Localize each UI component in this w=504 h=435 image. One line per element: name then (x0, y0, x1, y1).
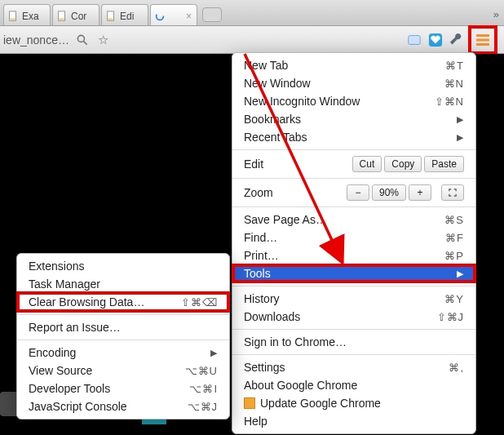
menu-item-downloads[interactable]: Downloads ⇧⌘J (232, 308, 475, 326)
menu-label: Task Manager (29, 277, 100, 291)
menu-item-bookmarks[interactable]: Bookmarks ▶ (232, 110, 475, 128)
menu-item-javascript-console[interactable]: JavaScript Console ⌥⌘J (17, 397, 229, 415)
menu-shortcut: ⌘T (445, 60, 464, 72)
menu-label: Tools (244, 267, 271, 280)
menu-item-history[interactable]: History ⌘Y (232, 290, 475, 308)
menu-separator (232, 329, 475, 330)
tab-strip: Exa Cor Edi × » (0, 0, 504, 26)
browser-tab[interactable]: Edi (101, 4, 148, 25)
menu-separator (232, 149, 475, 150)
menu-label: Edit (244, 158, 263, 171)
menu-shortcut: ⌥⌘J (188, 401, 219, 413)
menu-item-report-issue[interactable]: Report an Issue… (17, 318, 229, 336)
menu-label: New Incognito Window (244, 95, 360, 108)
submenu-arrow-icon: ▶ (457, 132, 464, 143)
zoom-in-button[interactable]: + (409, 184, 431, 201)
menu-item-view-source[interactable]: View Source ⌥⌘U (17, 362, 229, 380)
address-fragment: iew_nonce… (3, 33, 69, 47)
menu-item-update-chrome[interactable]: Update Google Chrome (232, 394, 475, 412)
extension-icon[interactable] (406, 32, 422, 48)
svg-rect-9 (409, 35, 420, 44)
wrench-extension-icon[interactable] (449, 32, 465, 48)
menu-item-signin[interactable]: Sign in to Chrome… (232, 333, 475, 351)
tab-label: Edi (120, 11, 134, 22)
browser-tab-active[interactable]: × (150, 4, 197, 25)
menu-item-new-window[interactable]: New Window ⌘N (232, 74, 475, 92)
menu-item-developer-tools[interactable]: Developer Tools ⌥⌘I (17, 380, 229, 397)
submenu-arrow-icon: ▶ (210, 348, 218, 358)
menu-item-print[interactable]: Print… ⌘P (232, 246, 475, 264)
hamburger-menu-icon[interactable] (475, 32, 491, 48)
menu-shortcut: ⌘F (445, 232, 464, 244)
menu-shortcut: ⌥⌘U (185, 365, 218, 377)
menu-item-settings[interactable]: Settings ⌘, (232, 358, 475, 376)
menu-item-extensions[interactable]: Extensions (17, 257, 229, 275)
menu-item-recent-tabs[interactable]: Recent Tabs ▶ (232, 128, 475, 146)
menu-separator (17, 340, 229, 340)
page-icon (7, 11, 19, 22)
heart-extension-icon[interactable] (427, 32, 444, 48)
bookmark-star-icon[interactable]: ☆ (95, 32, 112, 48)
menu-shortcut: ⌘Y (444, 293, 464, 305)
menu-label: History (244, 292, 280, 305)
menu-label: Encoding (29, 346, 76, 359)
browser-tab[interactable]: Cor (52, 4, 99, 25)
update-badge-icon (244, 397, 255, 409)
menu-item-help[interactable]: Help (232, 412, 475, 430)
menu-label: Zoom (244, 186, 273, 199)
menu-item-clear-browsing-data[interactable]: Clear Browsing Data… ⇧⌘⌫ (17, 293, 229, 311)
menu-item-find[interactable]: Find… ⌘F (232, 229, 475, 246)
fullscreen-button[interactable] (441, 184, 464, 201)
menu-label: View Source (29, 364, 92, 377)
menu-label: Print… (244, 249, 279, 262)
cut-button[interactable]: Cut (352, 156, 382, 172)
search-icon[interactable] (74, 32, 91, 48)
tab-label: Cor (71, 11, 86, 22)
tab-close-icon[interactable]: × (186, 11, 192, 22)
svg-rect-13 (476, 43, 489, 46)
menu-shortcut: ⇧⌘J (437, 311, 465, 323)
submenu-arrow-icon: ▶ (457, 269, 464, 279)
menu-label: Help (244, 415, 267, 428)
window-chevrons-icon[interactable]: » (493, 8, 499, 20)
menu-item-edit: Edit Cut Copy Paste (232, 153, 475, 175)
page-icon (56, 11, 68, 22)
menu-shortcut: ⇧⌘N (435, 95, 464, 108)
menu-shortcut: ⌥⌘I (189, 383, 218, 395)
menu-label: Save Page As… (244, 213, 327, 226)
menu-shortcut: ⌘S (444, 214, 464, 226)
copy-button[interactable]: Copy (384, 156, 422, 172)
browser-tab[interactable]: Exa (3, 4, 51, 25)
svg-rect-3 (60, 18, 64, 20)
zoom-value: 90% (372, 184, 406, 201)
toolbar: iew_nonce… ☆ (0, 26, 504, 54)
menu-item-encoding[interactable]: Encoding ▶ (17, 344, 229, 362)
menu-shortcut: ⌘, (449, 362, 464, 374)
paste-button[interactable]: Paste (424, 156, 464, 172)
menu-label: Settings (244, 361, 285, 374)
menu-label: Find… (244, 231, 277, 244)
menu-label: Report an Issue… (29, 321, 121, 334)
menu-item-save-page[interactable]: Save Page As… ⌘S (232, 211, 475, 229)
menu-shortcut: ⇧⌘⌫ (181, 296, 218, 308)
menu-item-new-incognito[interactable]: New Incognito Window ⇧⌘N (232, 92, 475, 110)
zoom-out-button[interactable]: − (347, 184, 369, 201)
menu-label: JavaScript Console (29, 400, 127, 413)
menu-shortcut: ⌘N (444, 78, 464, 90)
svg-rect-12 (476, 38, 489, 41)
menu-item-zoom: Zoom − 90% + (232, 182, 475, 203)
svg-rect-5 (108, 18, 113, 20)
new-tab-button[interactable] (202, 7, 222, 22)
menu-separator (232, 354, 475, 355)
menu-shortcut: ⌘P (444, 250, 464, 262)
menu-label: Update Google Chrome (244, 397, 381, 410)
menu-label: Recent Tabs (244, 131, 307, 144)
page-icon (105, 11, 117, 22)
menu-item-about-chrome[interactable]: About Google Chrome (232, 376, 475, 394)
menu-separator (17, 314, 229, 315)
menu-item-task-manager[interactable]: Task Manager (17, 275, 229, 293)
menu-item-tools[interactable]: Tools ▶ (232, 264, 475, 282)
tools-submenu: Extensions Task Manager Clear Browsing D… (16, 253, 230, 419)
menu-item-new-tab[interactable]: New Tab ⌘T (232, 56, 475, 74)
svg-rect-1 (11, 18, 15, 20)
